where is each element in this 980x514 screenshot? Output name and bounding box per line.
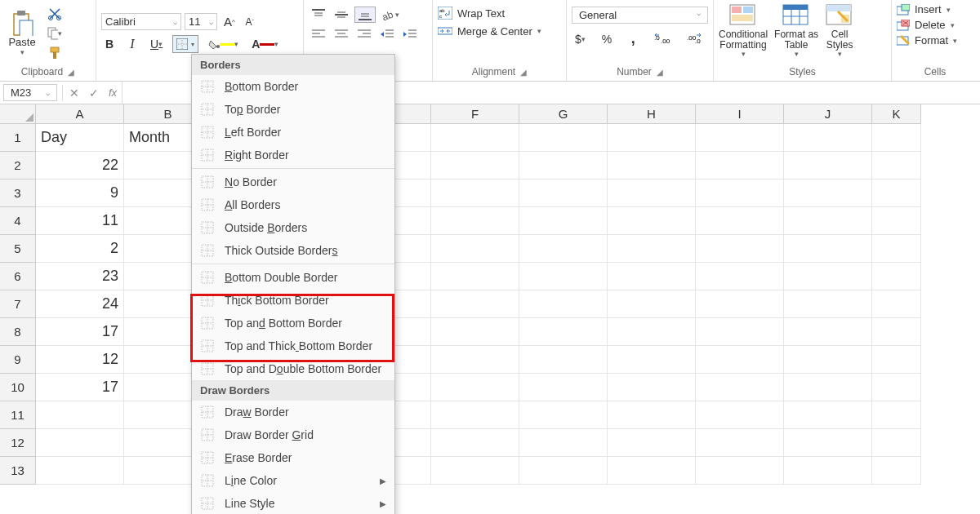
insert-button[interactable]: Insert▾ [897,3,973,16]
border-menu-item[interactable]: Outside Borders [192,216,394,239]
number-format-combo[interactable]: General⌵ [572,7,708,24]
cell[interactable] [519,263,608,290]
cell[interactable] [696,346,784,374]
orientation-button[interactable]: ab▾ [379,7,403,23]
cell[interactable]: 2 [36,235,124,263]
font-name-combo[interactable]: Calibri⌵ [101,13,181,30]
cell[interactable]: 9 [36,179,124,207]
cell[interactable] [872,401,921,429]
cell[interactable] [696,263,784,290]
align-right-button[interactable] [354,28,374,41]
increase-font-button[interactable]: A^ [220,13,238,30]
cell[interactable] [872,457,921,485]
cell[interactable] [431,346,519,374]
font-color-button[interactable]: A▾ [248,36,282,52]
column-header[interactable]: I [696,104,784,124]
cell[interactable]: 22 [36,152,124,179]
cell[interactable] [872,429,921,457]
border-menu-item[interactable]: Bottom Border [192,75,394,98]
cell[interactable] [608,401,696,429]
percent-button[interactable]: % [599,31,615,47]
format-painter-button[interactable] [47,46,62,60]
column-header[interactable]: J [784,104,872,124]
decrease-decimal-button[interactable]: .00.0 [684,32,706,47]
cell[interactable] [431,290,519,318]
underline-button[interactable]: U▾ [147,36,166,52]
border-menu-item[interactable]: Top and Thick Bottom Border [192,335,394,357]
cell[interactable] [519,374,608,401]
cell[interactable] [696,290,784,318]
cell[interactable] [519,457,608,485]
cell[interactable] [872,124,921,152]
cell[interactable] [872,374,921,401]
cell[interactable] [872,152,921,179]
cell[interactable] [784,207,872,235]
delete-button[interactable]: Delete▾ [897,19,973,31]
cell[interactable] [431,401,519,429]
cell[interactable] [872,263,921,290]
cell[interactable] [431,179,519,207]
border-menu-item[interactable]: Thick Outside Borders [192,239,394,262]
cell[interactable] [696,457,784,485]
cell[interactable] [696,235,784,263]
cell[interactable] [784,263,872,290]
cell[interactable] [608,124,696,152]
cell[interactable] [784,401,872,429]
column-header[interactable]: A [36,104,124,124]
column-header[interactable]: H [608,104,696,124]
row-header[interactable]: 12 [0,429,36,457]
borders-button[interactable]: ▾ [172,35,198,53]
cell-styles-button[interactable]: Cell Styles▾ [825,3,854,59]
cell[interactable] [608,263,696,290]
fill-color-button[interactable]: ▾ [205,38,242,51]
cell[interactable] [608,207,696,235]
cell[interactable] [608,429,696,457]
merge-center-button[interactable]: Merge & Center▾ [438,24,561,38]
row-header[interactable]: 4 [0,207,36,235]
cell[interactable] [784,152,872,179]
row-header[interactable]: 11 [0,401,36,429]
cell[interactable] [608,179,696,207]
cancel-formula-button[interactable]: ✕ [65,86,84,100]
row-header[interactable]: 8 [0,318,36,346]
cell[interactable] [696,318,784,346]
cell[interactable]: Day [36,124,124,152]
paste-button[interactable]: Paste ▾ [5,11,39,56]
row-header[interactable]: 2 [0,152,36,179]
cell[interactable] [696,124,784,152]
column-header[interactable]: K [872,104,921,124]
row-header[interactable]: 10 [0,374,36,401]
cell[interactable] [519,318,608,346]
format-as-table-button[interactable]: Format as Table▾ [774,3,818,59]
border-menu-item[interactable]: Draw Border Grid [192,423,394,446]
cell[interactable] [696,429,784,457]
cell[interactable] [696,179,784,207]
comma-button[interactable]: , [625,29,641,49]
cell[interactable]: 11 [36,207,124,235]
cell[interactable] [784,429,872,457]
cell[interactable] [519,152,608,179]
cell[interactable] [784,457,872,485]
dialog-launcher-icon[interactable]: ◢ [657,68,663,77]
row-header[interactable]: 7 [0,290,36,318]
border-menu-item[interactable]: No Border [192,171,394,193]
cell[interactable] [872,207,921,235]
cell[interactable] [519,207,608,235]
cell[interactable] [431,457,519,485]
row-header[interactable]: 9 [0,346,36,374]
border-menu-item[interactable]: Line Style▶ [192,492,394,514]
cell[interactable] [36,401,124,429]
cell[interactable] [519,346,608,374]
cell[interactable] [784,374,872,401]
cell[interactable] [519,401,608,429]
border-menu-item[interactable]: Top Border [192,98,394,121]
border-menu-item[interactable]: Bottom Double Border [192,266,394,289]
cell[interactable] [696,152,784,179]
border-menu-item[interactable]: Erase Border [192,446,394,469]
cell[interactable] [519,429,608,457]
cell[interactable] [696,207,784,235]
dialog-launcher-icon[interactable]: ◢ [68,68,74,77]
cell[interactable]: 17 [36,318,124,346]
cell[interactable]: 24 [36,290,124,318]
cell[interactable] [519,290,608,318]
